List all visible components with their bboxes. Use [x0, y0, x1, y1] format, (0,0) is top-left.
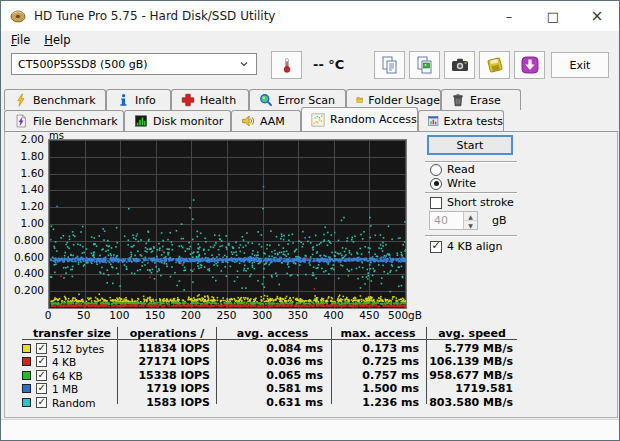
tab-label: Erase [470, 94, 501, 107]
tab-benchmark[interactable]: Benchmark [4, 89, 106, 110]
y-axis-tick-label: 0.200 [5, 284, 44, 296]
save-button[interactable] [479, 51, 510, 79]
short-stroke-checkbox-box[interactable] [430, 197, 442, 209]
series-checkbox[interactable] [36, 383, 47, 394]
avg-access-value: 0.084 ms [225, 342, 323, 355]
capacity-unit-label: gB [492, 214, 507, 227]
avg-access-value: 0.581 ms [225, 382, 323, 395]
table-row: 4 KB 27171 IOPS 0.036 ms 0.725 ms 106.13… [5, 356, 617, 369]
series-color-swatch [22, 371, 31, 380]
lightning-icon [14, 93, 28, 107]
exit-button[interactable]: Exit [551, 52, 609, 78]
transfer-size-label: 4 KB [52, 356, 76, 368]
toolbar: CT500P5SSD8 (500 gB) -- °C Exit [1, 48, 619, 86]
tab-label: Disk monitor [153, 115, 223, 128]
max-access-value: 0.757 ms [325, 369, 419, 382]
spin-up-button[interactable]: ▲ [464, 212, 477, 221]
transfer-size-label: 512 bytes [52, 343, 104, 355]
read-radio-circle[interactable] [430, 164, 442, 176]
maximize-button[interactable]: □ [531, 1, 575, 31]
tab-label: Health [200, 94, 236, 107]
close-button[interactable]: × [575, 1, 619, 31]
info-icon [116, 93, 130, 107]
tab-extra-tests[interactable]: Extra tests [418, 110, 504, 131]
tab-info[interactable]: Info [106, 89, 171, 110]
align-checkbox[interactable]: 4 KB align [430, 240, 503, 253]
temperature-value: -- [313, 57, 324, 72]
scatter-plot-icon [311, 113, 325, 127]
avg-speed-value: 803.580 MB/s [425, 396, 513, 409]
short-stroke-checkbox[interactable]: Short stroke [430, 196, 514, 209]
tab-random-access[interactable]: Random Access [301, 107, 418, 131]
spin-down-button[interactable]: ▼ [464, 221, 477, 229]
drive-select[interactable]: CT500P5SSD8 (500 gB) [11, 53, 257, 75]
start-button[interactable]: Start [427, 135, 513, 155]
series-color-swatch [22, 384, 31, 393]
transfer-size-label: Random [52, 397, 95, 409]
app-window: HD Tune Pro 5.75 - Hard Disk/SSD Utility… [0, 0, 620, 441]
minimize-button[interactable]: – [487, 1, 531, 31]
tab-label: Error Scan [278, 94, 335, 107]
max-access-value: 1.500 ms [325, 382, 419, 395]
avg-speed-value: 958.677 MB/s [425, 369, 513, 382]
read-radio-label: Read [447, 163, 475, 176]
operations-value: 27171 IOPS [115, 355, 210, 368]
health-cross-icon [181, 93, 195, 107]
tab-erase[interactable]: Erase [441, 89, 521, 110]
download-arrow-icon [520, 55, 540, 75]
tab-label: Info [135, 94, 156, 107]
table-row: 1 MB 1719 IOPS 0.581 ms 1.500 ms 1719.58… [5, 383, 617, 396]
avg-access-value: 0.036 ms [225, 355, 323, 368]
series-checkbox[interactable] [36, 343, 47, 354]
magnifier-icon [259, 93, 273, 107]
copy-image-icon [415, 55, 435, 75]
align-label: 4 KB align [447, 240, 503, 253]
series-checkbox[interactable] [36, 397, 47, 408]
capacity-stepper[interactable]: 40 ▲ ▼ [429, 211, 478, 230]
x-axis-tick-label: 150 [145, 309, 165, 321]
temperature-button[interactable] [271, 51, 302, 79]
max-access-value: 0.725 ms [325, 355, 419, 368]
series-color-swatch [22, 357, 31, 366]
copy-image-button[interactable] [409, 51, 440, 79]
avg-speed-value: 106.139 MB/s [425, 355, 513, 368]
app-icon [10, 8, 26, 24]
tab-aam[interactable]: AAM [231, 110, 301, 131]
download-button[interactable] [514, 51, 545, 79]
tab-health[interactable]: Health [171, 89, 249, 110]
y-axis-tick-label: 1.80 [5, 150, 44, 162]
tab-label: Random Access [330, 113, 417, 126]
avg-access-value: 0.065 ms [225, 369, 323, 382]
menu-file[interactable]: File [11, 33, 30, 47]
tab-label: Benchmark [33, 94, 96, 107]
x-axis-tick-label: 0 [45, 309, 52, 321]
window-title: HD Tune Pro 5.75 - Hard Disk/SSD Utility [34, 9, 275, 23]
menu-help[interactable]: Help [44, 33, 70, 47]
series-checkbox[interactable] [36, 356, 47, 367]
y-axis-tick-label: 0.400 [5, 267, 44, 279]
y-axis-tick-label: 1.40 [5, 183, 44, 195]
y-axis-tick-label: 1.60 [5, 167, 44, 179]
temperature-unit: °C [328, 57, 344, 72]
y-axis-tick-label: 1.20 [5, 200, 44, 212]
operations-value: 11834 IOPS [115, 342, 210, 355]
short-stroke-label: Short stroke [447, 196, 514, 209]
tab-label: File Benchmark [33, 115, 118, 128]
write-radio-circle[interactable] [430, 178, 442, 190]
write-radio[interactable]: Write [430, 177, 476, 190]
read-radio[interactable]: Read [430, 163, 475, 176]
align-checkbox-box[interactable] [430, 241, 442, 253]
y-axis-tick-label: 0.800 [5, 234, 44, 246]
tab-disk-monitor[interactable]: Disk monitor [124, 110, 231, 131]
bar-monitor-icon [134, 114, 148, 128]
tab-file-benchmark[interactable]: File Benchmark [4, 110, 124, 131]
title-bar: HD Tune Pro 5.75 - Hard Disk/SSD Utility… [1, 1, 619, 31]
spin-buttons: ▲ ▼ [463, 212, 477, 229]
trash-icon [451, 93, 465, 107]
copy-text-button[interactable] [374, 51, 405, 79]
operations-value: 1719 IOPS [115, 382, 210, 395]
random-access-page: ms 0.2000.4000.6000.8001.001.201.401.601… [4, 131, 618, 418]
max-access-value: 1.236 ms [325, 396, 419, 409]
series-checkbox[interactable] [36, 370, 47, 381]
screenshot-button[interactable] [444, 51, 475, 79]
